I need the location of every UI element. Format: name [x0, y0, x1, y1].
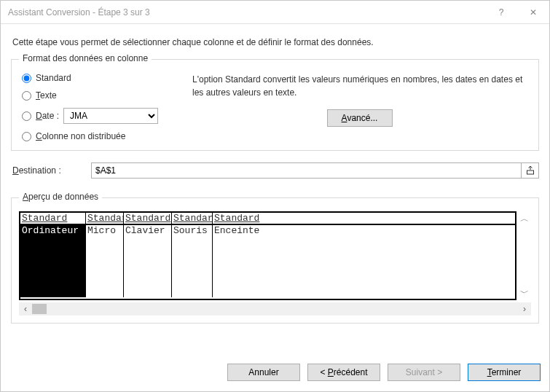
preview-legend: Aperçu de données [19, 192, 102, 202]
scroll-track[interactable] [32, 302, 518, 315]
titlebar: Assistant Conversion - Étape 3 sur 3 ? ✕ [1, 1, 549, 24]
destination-input-wrap [91, 162, 539, 179]
finish-button[interactable]: Terminer [468, 364, 541, 381]
format-options: Standard Texte Date : JMA [19, 70, 186, 141]
preview-header-row: Standard Standard Standard Standard Stan… [20, 213, 515, 225]
preview-header[interactable]: Standard [124, 213, 172, 224]
previous-button[interactable]: < Précédent [307, 364, 380, 381]
scroll-down-icon[interactable]: ﹀ [520, 286, 529, 300]
preview-data-row: Ordinateur Micro Clavier Souris Enceinte [20, 225, 515, 236]
scroll-up-icon[interactable]: ︿ [520, 211, 529, 226]
advanced-button[interactable]: Avancé... [327, 109, 393, 127]
format-description: L'option Standard convertit les valeurs … [192, 73, 527, 99]
radio-colonne-label: Colonne non distribuée [36, 131, 125, 141]
preview-cell[interactable]: Souris [172, 225, 213, 236]
preview-vertical-scrollbar[interactable]: ︿ ﹀ [518, 211, 531, 300]
preview-cell[interactable]: Clavier [124, 225, 172, 236]
help-button[interactable]: ? [485, 1, 517, 24]
intro-text: Cette étape vous permet de sélectionner … [12, 37, 539, 47]
cancel-button[interactable]: Annuler [227, 364, 300, 381]
range-picker-icon [526, 166, 535, 175]
destination-label: Destination : [11, 165, 91, 176]
radio-standard[interactable]: Standard [22, 73, 186, 83]
preview-grid[interactable]: Standard Standard Standard Standard Stan… [19, 211, 516, 300]
preview-fieldset: Aperçu de données Standard Standard Stan… [11, 197, 539, 324]
radio-standard-label: Standard [36, 73, 71, 83]
radio-colonne-input[interactable] [22, 132, 31, 141]
dialog-footer: Annuler < Précédent Suivant > Terminer [1, 355, 549, 391]
radio-standard-input[interactable] [22, 74, 31, 83]
radio-date-label: Date : [36, 111, 59, 121]
radio-texte[interactable]: Texte [22, 90, 186, 101]
radio-date-row: Date : JMA [22, 108, 186, 124]
svg-rect-0 [527, 170, 533, 174]
close-button[interactable]: ✕ [517, 1, 549, 24]
help-icon: ? [499, 7, 504, 17]
preview-horizontal-scrollbar[interactable]: ‹ › [19, 302, 531, 315]
window-title: Assistant Conversion - Étape 3 sur 3 [8, 7, 485, 17]
format-fieldset: Format des données en colonne Standard T… [11, 59, 539, 151]
preview-cell[interactable]: Enceinte [213, 225, 515, 236]
next-button[interactable]: Suivant > [388, 364, 460, 381]
format-right: L'option Standard convertit les valeurs … [186, 70, 531, 141]
radio-texte-input[interactable] [22, 91, 31, 101]
dialog-content: Cette étape vous permet de sélectionner … [1, 24, 549, 355]
scroll-thumb[interactable] [32, 304, 47, 314]
range-picker-button[interactable] [522, 162, 539, 179]
preview-cell[interactable]: Micro [86, 225, 124, 236]
destination-input[interactable] [91, 162, 522, 179]
radio-date-input[interactable] [22, 111, 31, 121]
preview-header[interactable]: Standard [86, 213, 124, 224]
close-icon: ✕ [530, 7, 537, 17]
dialog-window: Assistant Conversion - Étape 3 sur 3 ? ✕… [0, 0, 550, 392]
preview-empty-area [20, 236, 515, 297]
format-row: Standard Texte Date : JMA [19, 70, 531, 141]
format-legend: Format des données en colonne [19, 53, 152, 63]
preview-header[interactable]: Standard [213, 213, 515, 224]
preview-cell[interactable]: Ordinateur [20, 225, 86, 236]
scroll-left-icon[interactable]: ‹ [19, 304, 32, 314]
preview-header[interactable]: Standard [20, 213, 86, 224]
radio-colonne[interactable]: Colonne non distribuée [22, 131, 186, 141]
preview-area: Standard Standard Standard Standard Stan… [19, 211, 531, 300]
scroll-right-icon[interactable]: › [518, 304, 531, 314]
destination-row: Destination : [11, 162, 539, 179]
preview-header[interactable]: Standard [172, 213, 213, 224]
date-format-select[interactable]: JMA [63, 108, 158, 124]
radio-texte-label: Texte [36, 90, 57, 101]
